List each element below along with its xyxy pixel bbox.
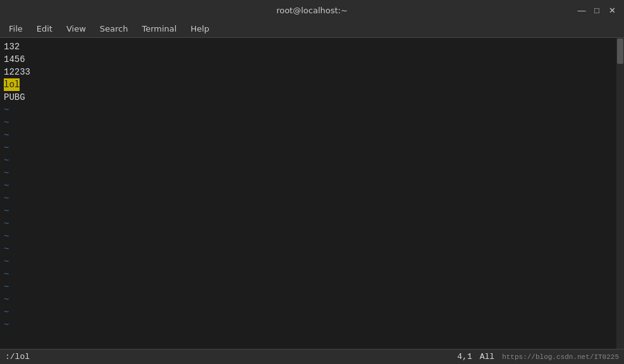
- menu-help[interactable]: Help: [184, 22, 216, 35]
- window-controls: — □ ✕: [576, 4, 618, 16]
- tilde-11: ~: [4, 230, 613, 243]
- tilde-7: ~: [4, 179, 613, 192]
- tilde-9: ~: [4, 205, 613, 217]
- close-button[interactable]: ✕: [606, 4, 618, 16]
- tilde-5: ~: [4, 154, 613, 167]
- tilde-18: ~: [4, 318, 613, 331]
- status-bar: :/lol 4,1 All https://blog.csdn.net/IT02…: [0, 349, 624, 364]
- tilde-16: ~: [4, 293, 613, 306]
- line-3: 12233: [4, 66, 613, 78]
- maximize-button[interactable]: □: [591, 4, 603, 16]
- status-right: 4,1 All https://blog.csdn.net/IT0225: [457, 352, 619, 361]
- view-mode: All: [480, 352, 494, 361]
- tilde-10: ~: [4, 217, 613, 230]
- tilde-17: ~: [4, 306, 613, 318]
- tilde-8: ~: [4, 192, 613, 205]
- tilde-15: ~: [4, 281, 613, 293]
- editor-content: 132 1456 12233 lol PUBG ~ ~ ~ ~ ~ ~ ~ ~ …: [4, 40, 613, 331]
- line-5: PUBG: [4, 91, 613, 104]
- search-match: lol: [4, 78, 20, 91]
- menu-edit[interactable]: Edit: [30, 22, 59, 35]
- watermark: https://blog.csdn.net/IT0225: [502, 353, 619, 361]
- menu-search[interactable]: Search: [94, 22, 135, 35]
- line-1: 132: [4, 40, 613, 53]
- scrollbar-thumb[interactable]: [617, 39, 623, 64]
- window-title: root@localhost:~: [276, 6, 348, 15]
- tilde-4: ~: [4, 142, 613, 154]
- tilde-2: ~: [4, 116, 613, 129]
- scrollbar[interactable]: [616, 38, 624, 349]
- tilde-13: ~: [4, 255, 613, 268]
- tilde-12: ~: [4, 243, 613, 255]
- status-command: :/lol: [5, 352, 30, 361]
- menu-file[interactable]: File: [3, 22, 29, 35]
- editor[interactable]: 132 1456 12233 lol PUBG ~ ~ ~ ~ ~ ~ ~ ~ …: [0, 38, 616, 349]
- cursor-position: 4,1: [457, 352, 472, 361]
- menu-terminal[interactable]: Terminal: [135, 22, 183, 35]
- main-area: 132 1456 12233 lol PUBG ~ ~ ~ ~ ~ ~ ~ ~ …: [0, 38, 624, 349]
- tilde-1: ~: [4, 104, 613, 116]
- menu-view[interactable]: View: [60, 22, 92, 35]
- tilde-6: ~: [4, 167, 613, 179]
- minimize-button[interactable]: —: [576, 4, 587, 16]
- menu-bar: File Edit View Search Terminal Help: [0, 20, 624, 38]
- line-2: 1456: [4, 53, 613, 66]
- line-4-highlighted: lol: [4, 78, 613, 91]
- title-bar: root@localhost:~ — □ ✕: [0, 0, 624, 20]
- tilde-3: ~: [4, 129, 613, 142]
- tilde-14: ~: [4, 268, 613, 281]
